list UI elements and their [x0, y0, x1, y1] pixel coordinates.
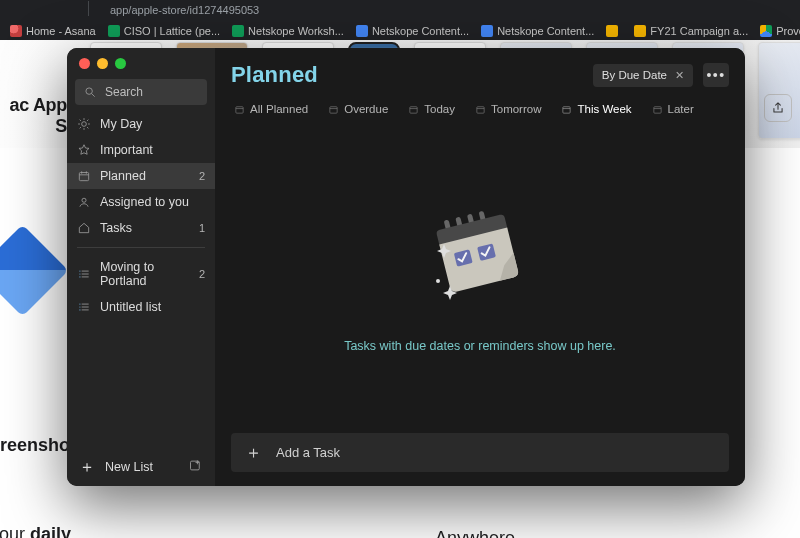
bookmarks-bar: Home - Asana CISO | Lattice (pe... Netsk… — [10, 22, 800, 40]
sidebar-item-label: Moving to Portland — [100, 260, 190, 288]
filter-label: Later — [668, 103, 694, 115]
filter-label: Today — [424, 103, 455, 115]
search-input[interactable] — [103, 84, 199, 100]
favicon-icon — [481, 25, 493, 37]
svg-point-25 — [79, 304, 80, 305]
bookmark-item[interactable]: Netskope Content... — [356, 25, 469, 37]
svg-rect-39 — [563, 106, 570, 112]
ellipsis-icon: ••• — [706, 67, 725, 83]
feature-text-fragment: Anywhere you are — [435, 528, 515, 538]
share-button[interactable] — [764, 94, 792, 122]
svg-rect-11 — [79, 173, 88, 181]
empty-state-text: Tasks with due dates or reminders show u… — [344, 339, 616, 353]
app-icon — [0, 225, 68, 317]
maximize-window-button[interactable] — [115, 58, 126, 69]
browser-omnibox-url: app/apple-store/id1274495053 — [110, 4, 259, 16]
mac-store-header-fragment: ac App S — [0, 95, 67, 137]
svg-rect-35 — [410, 106, 417, 112]
favicon-icon — [232, 25, 244, 37]
search-field[interactable] — [75, 79, 207, 105]
svg-point-21 — [79, 276, 80, 277]
sidebar-item-count: 2 — [199, 170, 205, 182]
page-title: Planned — [231, 62, 318, 88]
filter-this-week[interactable]: This Week — [558, 100, 634, 118]
more-options-button[interactable]: ••• — [703, 63, 729, 87]
sort-pill[interactable]: By Due Date ✕ — [593, 64, 693, 87]
calendar-icon — [652, 104, 663, 115]
sidebar-footer: ＋ New List — [67, 448, 215, 486]
sidebar-item-list[interactable]: Untitled list — [67, 294, 215, 320]
minimize-window-button[interactable] — [97, 58, 108, 69]
svg-point-15 — [82, 198, 86, 202]
sidebar-item-label: Planned — [100, 169, 146, 183]
favicon-icon — [10, 25, 22, 37]
sidebar-item-my-day[interactable]: My Day — [67, 111, 215, 137]
svg-rect-31 — [236, 106, 243, 112]
list-icon — [77, 300, 91, 314]
share-icon — [771, 101, 785, 115]
svg-point-2 — [82, 122, 87, 127]
svg-line-10 — [87, 120, 88, 121]
user-lists: Moving to Portland 2 Untitled list — [67, 254, 215, 320]
sidebar-item-planned[interactable]: Planned 2 — [67, 163, 215, 189]
bookmark-item[interactable]: Prove It - Go — [760, 25, 800, 37]
svg-rect-37 — [477, 106, 484, 112]
sidebar-item-count: 1 — [199, 222, 205, 234]
favicon-icon — [108, 25, 120, 37]
calendar-icon — [234, 104, 245, 115]
screenshot-thumb — [758, 42, 800, 139]
sort-label: By Due Date — [602, 69, 667, 81]
favicon-icon — [606, 25, 618, 37]
sidebar-item-label: Untitled list — [100, 300, 161, 314]
todo-app-window: My Day Important Planned 2 Assigned to y… — [67, 48, 745, 486]
new-group-button[interactable] — [188, 458, 203, 476]
filter-label: Tomorrow — [491, 103, 541, 115]
svg-rect-33 — [330, 106, 337, 112]
clear-sort-button[interactable]: ✕ — [675, 69, 684, 82]
add-task-input[interactable]: ＋ Add a Task — [231, 433, 729, 472]
sidebar-item-label: Important — [100, 143, 153, 157]
new-list-button[interactable]: New List — [105, 460, 153, 474]
sun-icon — [77, 117, 91, 131]
bookmark-item[interactable]: CISO | Lattice (pe... — [108, 25, 220, 37]
close-window-button[interactable] — [79, 58, 90, 69]
bookmark-item[interactable]: FY21 Campaign a... — [634, 25, 748, 37]
empty-state: Tasks with due dates or reminders show u… — [231, 118, 729, 433]
svg-rect-41 — [653, 106, 660, 112]
svg-point-19 — [79, 271, 80, 272]
sidebar-item-label: My Day — [100, 117, 142, 131]
sidebar-item-label: Tasks — [100, 221, 132, 235]
bookmark-item[interactable] — [606, 25, 622, 37]
svg-line-9 — [80, 127, 81, 128]
sidebar-item-important[interactable]: Important — [67, 137, 215, 163]
bookmark-item[interactable]: Netskope Content... — [481, 25, 594, 37]
smart-lists: My Day Important Planned 2 Assigned to y… — [67, 111, 215, 241]
svg-point-26 — [79, 306, 80, 307]
sidebar-item-assigned[interactable]: Assigned to you — [67, 189, 215, 215]
filter-overdue[interactable]: Overdue — [325, 100, 391, 118]
add-task-label: Add a Task — [276, 445, 340, 460]
empty-state-illustration — [410, 199, 550, 319]
favicon-icon — [634, 25, 646, 37]
main-panel: Planned By Due Date ✕ ••• All Planned Ov… — [215, 48, 745, 486]
calendar-icon — [561, 104, 572, 115]
svg-line-1 — [92, 94, 95, 97]
tab-separator — [88, 1, 89, 16]
svg-line-7 — [80, 120, 81, 121]
filter-later[interactable]: Later — [649, 100, 697, 118]
filter-label: All Planned — [250, 103, 308, 115]
sidebar-item-tasks[interactable]: Tasks 1 — [67, 215, 215, 241]
sidebar: My Day Important Planned 2 Assigned to y… — [67, 48, 215, 486]
window-traffic-lights — [67, 54, 215, 79]
calendar-icon — [77, 169, 91, 183]
filter-today[interactable]: Today — [405, 100, 458, 118]
favicon-icon — [760, 25, 772, 37]
filter-tomorrow[interactable]: Tomorrow — [472, 100, 544, 118]
svg-line-8 — [87, 127, 88, 128]
sidebar-divider — [77, 247, 205, 248]
filter-all-planned[interactable]: All Planned — [231, 100, 311, 118]
feature-text-fragment: our daily lanner — [0, 524, 71, 538]
bookmark-item[interactable]: Home - Asana — [10, 25, 96, 37]
bookmark-item[interactable]: Netskope Worksh... — [232, 25, 344, 37]
sidebar-item-list[interactable]: Moving to Portland 2 — [67, 254, 215, 294]
